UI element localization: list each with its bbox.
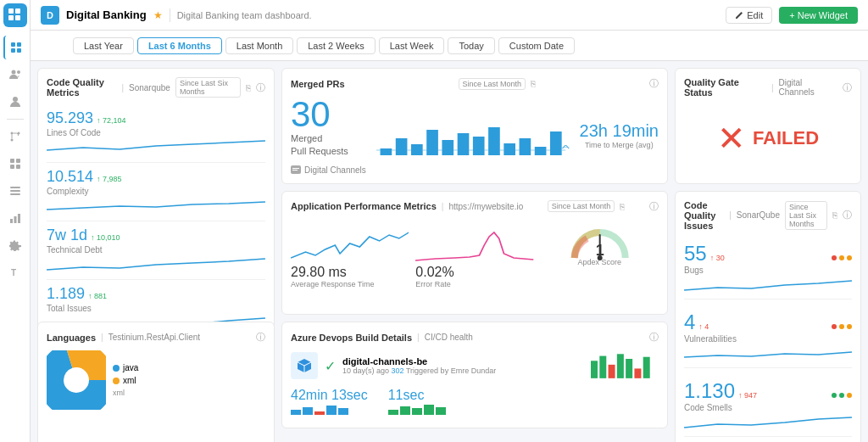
time-btn-last-2-weeks[interactable]: Last 2 Weeks bbox=[297, 37, 375, 54]
sidebar-item-branch[interactable] bbox=[3, 125, 27, 148]
cqm-since: Since Last Six Months bbox=[175, 77, 241, 98]
time-btn-last-6-months[interactable]: Last 6 Months bbox=[137, 37, 222, 54]
svg-rect-29 bbox=[396, 138, 408, 155]
sidebar-item-grid2[interactable] bbox=[3, 152, 27, 176]
svg-rect-59 bbox=[412, 408, 422, 415]
cqm-info-icon[interactable]: ⓘ bbox=[256, 81, 265, 94]
tech-debt-label: Technical Debt bbox=[47, 245, 265, 255]
svg-rect-7 bbox=[17, 48, 21, 53]
complexity-value: 10.514 bbox=[47, 168, 93, 186]
apm-title: Application Performance Metrics bbox=[291, 201, 437, 211]
svg-rect-23 bbox=[18, 214, 20, 223]
cqm-header: Code Quality Metrics | Sonarqube Since L… bbox=[47, 77, 265, 98]
svg-rect-15 bbox=[16, 159, 20, 163]
qg-content: ✕ FAILED bbox=[684, 104, 852, 172]
svg-rect-56 bbox=[338, 408, 348, 415]
svg-rect-54 bbox=[314, 411, 325, 415]
apm-info[interactable]: ⓘ bbox=[649, 200, 659, 213]
time-btn-today[interactable]: Today bbox=[448, 37, 494, 54]
tech-debt-change: ↑ 10,010 bbox=[91, 233, 120, 242]
new-widget-button[interactable]: + New Widget bbox=[779, 7, 858, 24]
svg-rect-51 bbox=[643, 357, 650, 378]
build-trigger-link[interactable]: 302 bbox=[392, 366, 404, 375]
lang-title: Languages bbox=[47, 333, 96, 343]
svg-rect-37 bbox=[519, 138, 531, 155]
merged-prs-count: 30 bbox=[291, 97, 366, 132]
time-filter-bar: Last Year Last 6 Months Last Month Last … bbox=[31, 31, 868, 61]
svg-rect-21 bbox=[10, 219, 13, 223]
sidebar-item-chart[interactable] bbox=[3, 206, 27, 230]
total-issues-label: Total Issues bbox=[47, 304, 265, 313]
complexity-change: ↑ 7,985 bbox=[97, 175, 122, 183]
qg-source: Digital Channels bbox=[778, 78, 837, 97]
bug-dot-2 bbox=[839, 255, 844, 260]
svg-rect-61 bbox=[436, 407, 446, 415]
svg-rect-2 bbox=[8, 15, 14, 20]
sidebar: T bbox=[0, 0, 31, 442]
svg-rect-18 bbox=[10, 187, 20, 188]
azure-build-chart bbox=[591, 350, 659, 381]
svg-rect-46 bbox=[599, 356, 606, 378]
time-btn-last-month[interactable]: Last Month bbox=[225, 37, 293, 54]
time-btn-custom[interactable]: Custom Date bbox=[498, 37, 575, 54]
azure-test-duration: 11sec bbox=[388, 388, 456, 403]
topbar-divider bbox=[170, 8, 170, 22]
sidebar-item-users[interactable] bbox=[3, 63, 27, 87]
apm-copy[interactable]: ⎘ bbox=[620, 202, 625, 211]
sidebar-item-settings[interactable] bbox=[3, 233, 27, 257]
merged-prs-label1: Merged bbox=[291, 132, 366, 145]
svg-rect-39 bbox=[550, 131, 562, 155]
svg-rect-30 bbox=[411, 144, 423, 155]
svg-rect-36 bbox=[504, 143, 515, 155]
metric-complexity: 10.514 ↑ 7,985 Complexity bbox=[47, 163, 265, 221]
svg-rect-22 bbox=[14, 216, 16, 223]
azure-devops-card: Azure Devops Build Details | CI/CD healt… bbox=[281, 322, 668, 428]
sidebar-item-dashboard[interactable] bbox=[3, 36, 27, 59]
time-btn-last-year[interactable]: Last Year bbox=[73, 37, 134, 54]
cqi-title: Code Quality Issues bbox=[684, 200, 724, 231]
svg-point-10 bbox=[13, 97, 18, 102]
bottom-middle: Azure Devops Build Details | CI/CD healt… bbox=[281, 322, 668, 442]
svg-point-12 bbox=[10, 139, 13, 142]
azure-header: Azure Devops Build Details | CI/CD healt… bbox=[291, 331, 659, 344]
merged-prs-info[interactable]: ⓘ bbox=[649, 77, 659, 90]
sidebar-item-list[interactable] bbox=[3, 179, 27, 203]
svg-point-9 bbox=[17, 70, 20, 74]
error-rate-label: Error Rate bbox=[415, 280, 533, 288]
cqi-info[interactable]: ⓘ bbox=[843, 209, 852, 221]
lang-info[interactable]: ⓘ bbox=[256, 331, 265, 344]
cqi-code-smells: 1.130 ↑ 947 Code Smells bbox=[684, 375, 852, 437]
vuln-dots bbox=[832, 324, 852, 329]
apm-error-rate: 0.02% Error Rate bbox=[415, 220, 533, 288]
sidebar-divider bbox=[7, 119, 24, 120]
cqi-copy[interactable]: ⎘ bbox=[832, 210, 837, 220]
metric-lines-of-code: 95.293 ↑ 72,104 Lines Of Code bbox=[47, 104, 265, 163]
smells-dots bbox=[832, 393, 852, 398]
build-meta: 10 day(s) ago 302 Triggered by Emre Dund… bbox=[342, 366, 496, 375]
svg-rect-50 bbox=[634, 369, 641, 378]
cqi-since: Since Last Six Months bbox=[785, 201, 827, 230]
azure-build-duration: 42min 13sec bbox=[291, 388, 368, 403]
azure-info[interactable]: ⓘ bbox=[649, 331, 659, 344]
azure-stat-test: 11sec bbox=[388, 388, 456, 419]
edit-button[interactable]: Edit bbox=[726, 7, 772, 24]
merged-prs-copy[interactable]: ⎘ bbox=[531, 79, 536, 88]
svg-rect-35 bbox=[488, 127, 500, 155]
smells-dot-1 bbox=[832, 393, 837, 398]
qg-info[interactable]: ⓘ bbox=[843, 81, 852, 94]
qg-header: Quality Gate Status | Digital Channels ⓘ bbox=[684, 77, 852, 98]
time-btn-last-week[interactable]: Last Week bbox=[379, 37, 445, 54]
svg-rect-3 bbox=[15, 15, 20, 20]
sidebar-item-type[interactable]: T bbox=[3, 260, 27, 284]
sidebar-item-person[interactable] bbox=[3, 90, 27, 114]
bugs-label: Bugs bbox=[684, 266, 725, 275]
merged-prs-label2: Pull Requests bbox=[291, 145, 366, 158]
apm-header: Application Performance Metrics | https:… bbox=[291, 200, 659, 213]
svg-rect-1 bbox=[15, 8, 20, 14]
star-icon[interactable]: ★ bbox=[153, 9, 163, 21]
svg-rect-0 bbox=[8, 8, 14, 14]
app-logo[interactable] bbox=[3, 3, 27, 27]
cqm-copy-icon[interactable]: ⎘ bbox=[246, 83, 251, 92]
cqi-source: SonarQube bbox=[737, 210, 780, 220]
lang-java: java bbox=[113, 363, 138, 372]
